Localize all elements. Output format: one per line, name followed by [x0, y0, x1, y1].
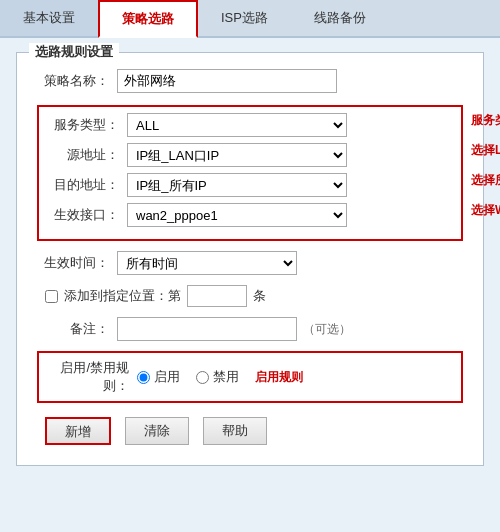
effect-interface-row: 生效接口： wan2_pppoe1 wan1_pppoe1 wan1_dhcp [47, 203, 453, 227]
annotation-source-address: 选择LAN口IP [471, 142, 500, 159]
effect-interface-label: 生效接口： [47, 206, 127, 224]
strategy-name-input[interactable] [117, 69, 337, 93]
section-inner: 策略名称： 服务类型： ALL TCP UDP ICMP [37, 69, 463, 445]
effect-time-select[interactable]: 所有时间 工作时间 非工作时间 [117, 251, 297, 275]
add-to-position-label: 添加到指定位置：第 [64, 287, 181, 305]
effect-time-label: 生效时间： [37, 254, 117, 272]
annotation-effect-interface: 选择WAN口2 [471, 202, 500, 219]
service-type-row: 服务类型： ALL TCP UDP ICMP [47, 113, 453, 137]
radio-disable-input[interactable] [196, 371, 209, 384]
section-box: 选路规则设置 策略名称： 服务类型： ALL TCP UDP [16, 52, 484, 466]
tab-line-backup[interactable]: 线路备份 [291, 0, 389, 36]
annotations-block: 服务类型选择所有 选择LAN口IP 选择所有IP 选择WAN口2 [471, 107, 500, 223]
source-address-label: 源地址： [47, 146, 127, 164]
radio-enable-input[interactable] [137, 371, 150, 384]
dest-address-select[interactable]: IP组_所有IP IP组_LAN口IP ANY [127, 173, 347, 197]
app-container: 基本设置 策略选路 ISP选路 线路备份 选路规则设置 策略名称： 服务类型： [0, 0, 500, 480]
annotation-service-type: 服务类型选择所有 [471, 112, 500, 129]
enable-annotation: 启用规则 [255, 369, 303, 386]
radio-group: 启用 禁用 [137, 368, 239, 386]
note-optional: （可选） [303, 321, 351, 338]
tab-basic-settings[interactable]: 基本设置 [0, 0, 98, 36]
service-type-label: 服务类型： [47, 116, 127, 134]
add-to-position-checkbox[interactable] [45, 290, 58, 303]
position-input[interactable] [187, 285, 247, 307]
tab-bar: 基本设置 策略选路 ISP选路 线路备份 [0, 0, 500, 38]
add-button[interactable]: 新增 [45, 417, 111, 445]
clear-button[interactable]: 清除 [125, 417, 189, 445]
strategy-name-row: 策略名称： [37, 69, 463, 93]
dest-address-row: 目的地址： IP组_所有IP IP组_LAN口IP ANY [47, 173, 453, 197]
effect-time-row: 生效时间： 所有时间 工作时间 非工作时间 [37, 251, 463, 275]
source-address-select[interactable]: IP组_LAN口IP IP组_所有IP ANY [127, 143, 347, 167]
note-input[interactable] [117, 317, 297, 341]
effect-interface-select[interactable]: wan2_pppoe1 wan1_pppoe1 wan1_dhcp [127, 203, 347, 227]
position-unit: 条 [253, 287, 266, 305]
help-button[interactable]: 帮助 [203, 417, 267, 445]
dest-address-label: 目的地址： [47, 176, 127, 194]
main-content: 选路规则设置 策略名称： 服务类型： ALL TCP UDP [0, 38, 500, 480]
note-label: 备注： [37, 320, 117, 338]
radio-enable[interactable]: 启用 [137, 368, 180, 386]
enable-rule-row: 启用/禁用规则： 启用 禁用 启用规则 [37, 351, 463, 403]
tab-policy-routing[interactable]: 策略选路 [98, 0, 198, 38]
service-type-select[interactable]: ALL TCP UDP ICMP [127, 113, 347, 137]
radio-disable[interactable]: 禁用 [196, 368, 239, 386]
section-title: 选路规则设置 [29, 43, 119, 61]
button-row: 新增 清除 帮助 [37, 417, 463, 445]
radio-disable-label: 禁用 [213, 368, 239, 386]
annotation-dest-address: 选择所有IP [471, 172, 500, 189]
note-row: 备注： （可选） [37, 317, 463, 341]
source-address-row: 源地址： IP组_LAN口IP IP组_所有IP ANY [47, 143, 453, 167]
strategy-name-label: 策略名称： [37, 72, 117, 90]
highlight-group: 服务类型： ALL TCP UDP ICMP 源地址： IP组_LAN口IP [37, 105, 463, 241]
enable-rule-label: 启用/禁用规则： [47, 359, 137, 395]
add-to-position-row: 添加到指定位置：第 条 [37, 285, 463, 307]
tab-isp-routing[interactable]: ISP选路 [198, 0, 291, 36]
radio-enable-label: 启用 [154, 368, 180, 386]
